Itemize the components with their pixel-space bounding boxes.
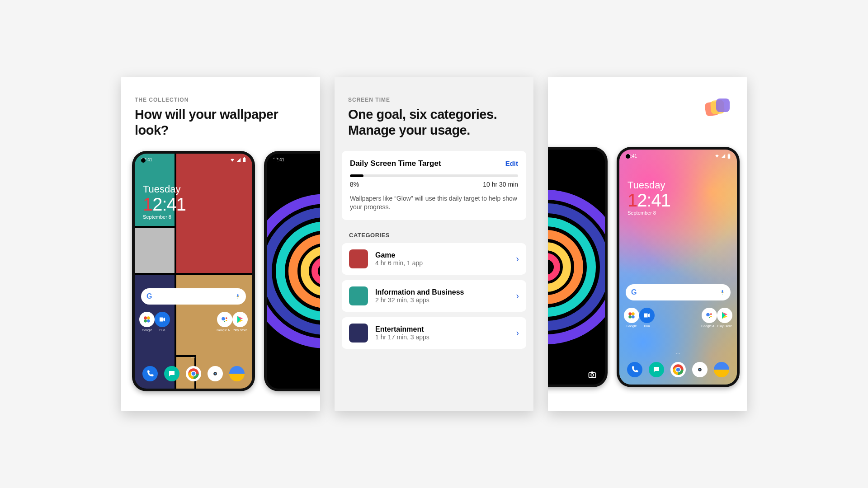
battery-icon	[727, 154, 731, 159]
search-bar[interactable]: G	[626, 284, 731, 300]
svg-rect-1	[244, 157, 245, 158]
svg-point-20	[315, 260, 320, 282]
svg-point-39	[710, 313, 712, 315]
clock-date: September 8	[627, 210, 670, 216]
app-google[interactable]: Google	[139, 312, 155, 332]
eyebrow: SCREEN TIME	[335, 77, 533, 107]
app-chrome[interactable]	[186, 366, 201, 381]
panel-gradient: 12:41 Tuesday 12:41 September 8 G	[548, 77, 747, 411]
clock-widget: Tuesday 12:41 September 8	[143, 183, 186, 220]
dock	[135, 366, 252, 381]
svg-point-37	[632, 315, 635, 319]
svg-point-35	[632, 312, 635, 315]
status-bar: 12:41	[135, 154, 252, 164]
phone-row: 12:41 Tuesday 12:41 September 8 G	[121, 151, 320, 391]
svg-point-36	[628, 315, 632, 319]
category-sub: 4 hr 6 min, 1 app	[375, 259, 509, 267]
phone-glow[interactable]	[548, 147, 608, 387]
svg-point-44	[676, 367, 681, 372]
app-row: Google Duo Google A... Play Store	[619, 308, 737, 328]
phone-gradient[interactable]: 12:41 Tuesday 12:41 September 8 G	[617, 147, 740, 387]
category-swatch	[349, 324, 368, 343]
category-name: Entertainment	[375, 325, 509, 333]
svg-point-14	[215, 373, 216, 374]
headline: How will your wallpaper look?	[121, 107, 320, 151]
app-photos[interactable]	[229, 366, 245, 381]
glow-wallpaper	[267, 154, 320, 389]
edit-button[interactable]: Edit	[505, 160, 518, 167]
clock-day: Tuesday	[627, 179, 670, 191]
camera-hole-icon	[273, 158, 278, 163]
app-duo[interactable]: Duo	[155, 312, 170, 332]
category-row[interactable]: Game4 hr 6 min, 1 app›	[342, 243, 526, 275]
chevron-up-icon[interactable]: ︿	[191, 353, 196, 361]
phone-glow[interactable]: 12:41	[264, 151, 320, 391]
svg-point-46	[699, 369, 701, 371]
app-logo-icon	[703, 97, 731, 118]
camera-hole-icon	[141, 158, 146, 163]
svg-point-34	[628, 312, 632, 315]
category-row[interactable]: Entertainment1 hr 17 min, 3 apps›	[342, 317, 526, 349]
chevron-right-icon: ›	[516, 253, 519, 264]
status-bar: 12:41	[619, 150, 737, 160]
glow-wallpaper	[548, 150, 605, 385]
svg-rect-23	[716, 99, 730, 112]
category-row[interactable]: Information and Business2 hr 32 min, 3 a…	[342, 280, 526, 312]
clock-time: 12:41	[143, 195, 186, 213]
camera-icon[interactable]	[588, 370, 597, 379]
app-camera[interactable]	[208, 366, 223, 381]
app-chrome[interactable]	[670, 362, 686, 377]
svg-point-2	[144, 316, 147, 319]
svg-point-40	[710, 316, 712, 317]
app-google[interactable]: Google	[624, 308, 639, 328]
app-messages[interactable]	[649, 362, 664, 377]
category-sub: 2 hr 32 min, 3 apps	[375, 296, 509, 304]
svg-rect-0	[243, 158, 246, 162]
wifi-icon	[230, 158, 235, 162]
app-assistant[interactable]: Google A...	[701, 308, 717, 328]
battery-icon	[243, 157, 246, 162]
search-bar[interactable]: G	[141, 288, 246, 305]
app-messages[interactable]	[164, 366, 179, 381]
app-assistant[interactable]: Google A...	[217, 312, 232, 332]
app-row: Google Duo Google A... Play Store	[135, 312, 252, 332]
svg-point-3	[147, 316, 150, 319]
app-phone[interactable]	[627, 362, 642, 377]
svg-point-31	[591, 374, 594, 376]
progress-bar	[350, 174, 518, 177]
chevron-right-icon: ›	[516, 291, 519, 301]
app-duo[interactable]: Duo	[639, 308, 655, 328]
app-phone[interactable]	[142, 366, 158, 381]
svg-point-6	[222, 317, 225, 320]
chevron-right-icon: ›	[516, 328, 519, 338]
status-icons	[230, 157, 246, 162]
target-description: Wallpapers like “Glow” will use this dai…	[350, 194, 518, 212]
phone-mondrian[interactable]: 12:41 Tuesday 12:41 September 8 G	[132, 151, 255, 391]
dock	[619, 362, 737, 377]
target-title: Daily Screen Time Target	[350, 159, 441, 168]
google-logo-icon: G	[631, 288, 637, 296]
svg-point-29	[548, 256, 557, 278]
clock-date: September 8	[143, 214, 186, 220]
app-playstore[interactable]: Play Store	[232, 312, 248, 332]
svg-point-4	[144, 319, 147, 323]
app-camera[interactable]	[692, 362, 708, 377]
category-name: Game	[375, 251, 509, 259]
svg-point-7	[226, 317, 227, 319]
google-logo-icon: G	[146, 292, 152, 300]
svg-point-5	[147, 319, 150, 323]
signal-icon	[236, 158, 241, 162]
svg-point-41	[709, 317, 710, 318]
svg-rect-33	[728, 154, 730, 154]
eyebrow: THE COLLECTION	[121, 77, 320, 107]
category-swatch	[349, 249, 368, 268]
categories-label: CATEGORIES	[335, 226, 533, 243]
svg-point-38	[706, 313, 710, 317]
clock-day: Tuesday	[143, 183, 186, 195]
category-sub: 1 hr 17 min, 3 apps	[375, 333, 509, 341]
app-photos[interactable]	[714, 362, 729, 377]
wifi-icon	[715, 154, 719, 158]
chevron-up-icon[interactable]: ︿	[675, 349, 681, 357]
app-playstore[interactable]: Play Store	[717, 308, 732, 328]
camera-hole-icon	[626, 154, 630, 159]
